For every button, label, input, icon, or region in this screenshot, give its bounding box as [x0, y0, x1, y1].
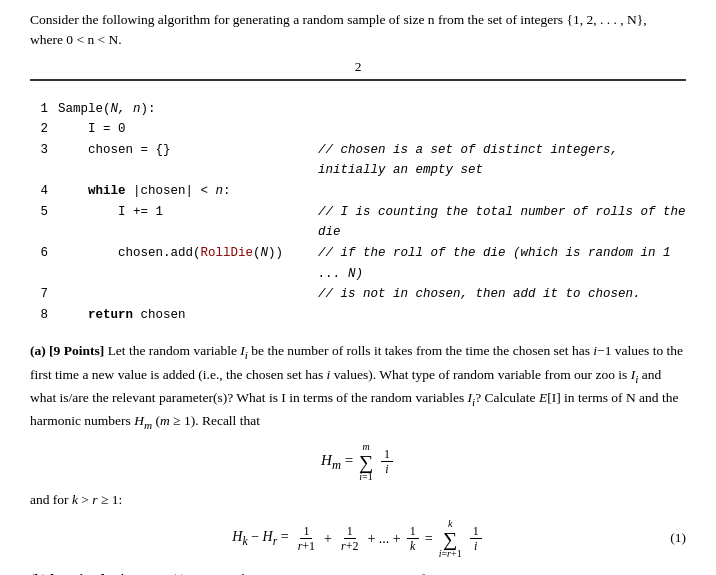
code-main-3: chosen = {}	[58, 140, 318, 161]
page-container: Consider the following algorithm for gen…	[0, 0, 716, 575]
line-num-2: 2	[30, 119, 48, 140]
code-line-5: 5 I += 1 // I is counting the total numb…	[30, 202, 686, 243]
eq1-container: Hk − Hr = 1 r+1 + 1 r+2 + ... + 1 k = k	[30, 519, 686, 559]
hm-formula: Hm = m ∑ i=1 1 i	[30, 442, 686, 482]
eq1-frac2: 1 r+2	[338, 524, 361, 554]
code-main-6: chosen.add(RollDie(N))	[58, 243, 318, 264]
code-comment-3: // chosen is a set of distinct integers,…	[318, 140, 686, 181]
eq1-frac1-num: 1	[300, 524, 312, 539]
eq1-plus1: +	[324, 528, 332, 550]
intro-line1: Consider the following algorithm for gen…	[30, 12, 647, 27]
part-a-text: (a) [9 Points] Let the random variable I…	[30, 341, 686, 434]
part-a-label: (a) [9 Points]	[30, 343, 104, 358]
line-num-5: 5	[30, 202, 48, 223]
sigma-eq1-sym: ∑	[443, 529, 457, 549]
hm-label: Hm =	[321, 452, 357, 468]
code-main-4: while |chosen| < n:	[58, 181, 318, 202]
eq1-frac3-den: k	[407, 539, 418, 553]
code-comment-5: // I is counting the total number of rol…	[318, 202, 686, 243]
eq1-frac2-num: 1	[344, 524, 356, 539]
divider	[30, 79, 686, 81]
code-main-5: I += 1	[58, 202, 318, 223]
line-num-3: 3	[30, 140, 48, 161]
code-line-1: 1 Sample(N, n):	[30, 99, 686, 120]
code-comment-6: // if the roll of the die (which is rand…	[318, 243, 686, 284]
code-main-2: I = 0	[58, 119, 318, 140]
eq1-sum-frac-den: i	[471, 539, 480, 553]
intro-text: Consider the following algorithm for gen…	[30, 10, 686, 51]
eq1-left: Hk − Hr =	[232, 526, 288, 551]
eq1-sum-frac-num: 1	[470, 524, 482, 539]
code-line-4: 4 while |chosen| < n:	[30, 181, 686, 202]
code-line-2: 2 I = 0	[30, 119, 686, 140]
eq1-frac3: 1 k	[407, 524, 419, 554]
code-main-7	[58, 284, 318, 305]
line-num-6: 6	[30, 243, 48, 264]
sigma-hm: m ∑ i=1	[359, 442, 373, 482]
line-num-8: 8	[30, 305, 48, 326]
part-a: (a) [9 Points] Let the random variable I…	[30, 341, 686, 558]
line-num-4: 4	[30, 181, 48, 202]
code-block: 1 Sample(N, n): 2 I = 0 3 chosen = {} //…	[30, 99, 686, 326]
part-b: (b) [6 Points] What is Var(I)? You can l…	[30, 569, 686, 575]
eq1-number: (1)	[670, 528, 686, 549]
page-number: 2	[30, 59, 686, 75]
eq1-sum-frac: 1 i	[470, 524, 482, 554]
sigma-hm-bot: i=1	[359, 472, 372, 482]
hm-frac-num: 1	[381, 447, 393, 462]
code-line-8: 8 return chosen	[30, 305, 686, 326]
code-main-8: return chosen	[58, 305, 318, 326]
sigma-eq1: k ∑ i=r+1	[439, 519, 462, 559]
line-num-7: 7	[30, 284, 48, 305]
part-b-label: (b) [6 Points]	[30, 571, 105, 575]
code-comment-7: // is not in chosen, then add it to chos…	[318, 284, 641, 305]
intro-line2: where 0 < n < N.	[30, 32, 122, 47]
and-for-text: and for k > r ≥ 1:	[30, 490, 686, 511]
sigma-hm-sym: ∑	[359, 452, 373, 472]
eq1-frac2-den: r+2	[338, 539, 361, 553]
hm-frac-den: i	[382, 462, 391, 476]
eq1-ellipsis: + ... +	[367, 528, 400, 550]
hm-fraction: 1 i	[381, 447, 393, 477]
eq1-frac1-den: r+1	[295, 539, 318, 553]
line-num-1: 1	[30, 99, 48, 120]
eq1-math: Hk − Hr = 1 r+1 + 1 r+2 + ... + 1 k = k	[232, 519, 483, 559]
part-b-text: What is Var(I)? You can leave your answe…	[108, 571, 450, 575]
eq1-frac1: 1 r+1	[295, 524, 318, 554]
code-line-7: 7 // is not in chosen, then add it to ch…	[30, 284, 686, 305]
code-line-6: 6 chosen.add(RollDie(N)) // if the roll …	[30, 243, 686, 284]
eq1-equals: =	[425, 528, 433, 550]
eq1-frac3-num: 1	[407, 524, 419, 539]
code-main-1: Sample(N, n):	[58, 99, 318, 120]
sigma-eq1-bot: i=r+1	[439, 549, 462, 559]
code-line-3: 3 chosen = {} // chosen is a set of dist…	[30, 140, 686, 181]
